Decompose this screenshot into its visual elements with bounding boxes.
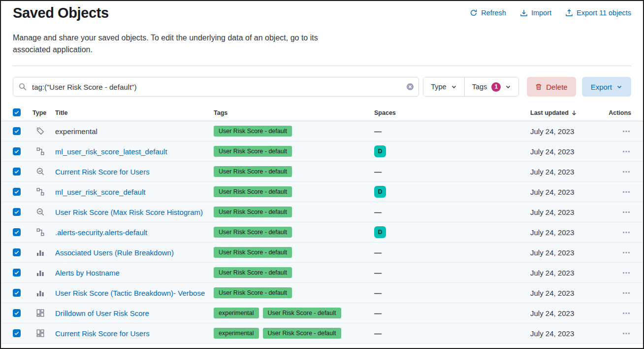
export-selected-label: Export	[591, 83, 612, 91]
tag-badge[interactable]: experimental	[214, 328, 259, 339]
import-button[interactable]: Import	[520, 9, 551, 17]
no-space-dash: —	[374, 269, 382, 277]
object-title-link[interactable]: ml_user_risk_score_latest_default	[55, 147, 167, 156]
tag-badge[interactable]: User Risk Score - default	[214, 287, 292, 298]
row-checkbox[interactable]	[13, 147, 21, 155]
trash-icon	[535, 83, 542, 90]
object-title-link[interactable]: .alerts-security.alerts-default	[55, 228, 147, 237]
last-updated-value: July 24, 2023	[530, 269, 574, 277]
tag-badge[interactable]: User Risk Score - default	[214, 166, 292, 177]
refresh-label: Refresh	[481, 9, 506, 17]
chevron-down-icon	[451, 84, 457, 90]
import-icon	[520, 9, 528, 17]
last-updated-header-label: Last updated	[530, 109, 569, 116]
row-checkbox[interactable]	[13, 168, 21, 175]
row-checkbox[interactable]	[13, 228, 21, 236]
column-header-tags: Tags	[214, 109, 374, 116]
row-checkbox[interactable]	[13, 248, 21, 256]
search-input[interactable]	[13, 77, 419, 97]
row-actions-button[interactable]	[621, 268, 631, 278]
table-header-row: Type Title Tags Spaces Last updated Acti…	[1, 105, 643, 121]
row-actions-button[interactable]	[621, 187, 631, 197]
object-title-link[interactable]: Alerts by Hostname	[55, 269, 120, 277]
type-filter-button[interactable]: Type	[423, 77, 464, 96]
page-header: Saved Objects Refresh Import Export 11 o…	[1, 1, 643, 21]
row-actions-button[interactable]	[621, 288, 631, 298]
table-row: Alerts by HostnameUser Risk Score - defa…	[1, 263, 643, 283]
row-actions-button[interactable]	[621, 308, 631, 318]
row-checkbox[interactable]	[13, 269, 21, 277]
type-filter-label: Type	[431, 83, 446, 91]
tag-badge[interactable]: User Risk Score - default	[214, 186, 292, 197]
tag-badge[interactable]: User Risk Score - default	[214, 207, 292, 217]
object-title-link[interactable]: Current Risk Score for Users	[55, 329, 150, 338]
row-checkbox[interactable]	[13, 208, 21, 216]
last-updated-value: July 24, 2023	[530, 127, 574, 136]
object-title-link[interactable]: Drilldown of User Risk Score	[55, 309, 149, 317]
search-toolbar: Type Tags 1 Delete Export	[13, 77, 631, 97]
saved-objects-page: Saved Objects Refresh Import Export 11 o…	[1, 1, 643, 344]
table-row: experimentalUser Risk Score - default—Ju…	[1, 121, 643, 141]
tag-badge[interactable]: User Risk Score - default	[263, 328, 341, 339]
table-row: ml_user_risk_score_latest_defaultUser Ri…	[1, 141, 643, 162]
row-actions-button[interactable]	[621, 227, 631, 237]
row-checkbox[interactable]	[13, 289, 21, 297]
tag-badge[interactable]: User Risk Score - default	[214, 126, 292, 137]
tags-count-badge: 1	[491, 82, 501, 92]
tag-badge[interactable]: User Risk Score - default	[214, 146, 292, 157]
object-title-link[interactable]: Associated Users (Rule Breakdown)	[55, 248, 174, 257]
lens-icon	[36, 270, 44, 278]
column-header-spaces: Spaces	[374, 109, 522, 116]
row-actions-button[interactable]	[621, 247, 631, 257]
object-title-link[interactable]: ml_user_risk_score_default	[55, 188, 145, 196]
filter-group: Type Tags 1	[423, 77, 519, 97]
last-updated-value: July 24, 2023	[530, 188, 574, 196]
export-all-button[interactable]: Export 11 objects	[565, 9, 631, 17]
tag-badge[interactable]: User Risk Score - default	[263, 308, 341, 318]
table-row: Current Risk Score for UsersUser Risk Sc…	[1, 162, 643, 182]
column-header-last-updated[interactable]: Last updated	[522, 109, 609, 116]
lens-icon	[36, 249, 44, 258]
page-description: Manage and share your saved objects. To …	[13, 32, 342, 56]
tag-badge[interactable]: User Risk Score - default	[214, 227, 292, 238]
saved-objects-table: Type Title Tags Spaces Last updated Acti…	[1, 105, 643, 344]
row-actions-button[interactable]	[621, 328, 631, 338]
tag-badge[interactable]: User Risk Score - default	[214, 247, 292, 258]
search-icon	[19, 83, 27, 91]
no-space-dash: —	[374, 248, 382, 257]
row-actions-button[interactable]	[621, 146, 631, 156]
tag-badge[interactable]: experimental	[214, 308, 259, 318]
no-space-dash: —	[374, 289, 382, 297]
refresh-button[interactable]: Refresh	[470, 9, 506, 17]
last-updated-value: July 24, 2023	[530, 248, 574, 257]
table-row: User Risk Score (Tactic Breakdown)- Verb…	[1, 283, 643, 303]
section-divider	[13, 66, 631, 66]
no-space-dash: —	[374, 208, 382, 216]
object-title-link[interactable]: Current Risk Score for Users	[55, 168, 150, 176]
row-actions-button[interactable]	[621, 126, 631, 136]
row-checkbox[interactable]	[13, 329, 21, 337]
space-badge: D	[374, 226, 386, 238]
last-updated-value: July 24, 2023	[530, 309, 574, 317]
tags-filter-button[interactable]: Tags 1	[464, 77, 519, 96]
delete-button[interactable]: Delete	[527, 77, 576, 97]
delete-label: Delete	[546, 83, 567, 91]
object-title: experimental	[55, 127, 97, 136]
no-space-dash: —	[374, 329, 382, 338]
export-selected-button[interactable]: Export	[582, 77, 631, 97]
object-title-link[interactable]: User Risk Score (Tactic Breakdown)- Verb…	[55, 289, 205, 297]
column-header-type[interactable]: Type	[32, 109, 55, 116]
clear-search-icon[interactable]	[406, 83, 414, 91]
select-all-checkbox[interactable]	[13, 108, 21, 116]
tag-badge[interactable]: User Risk Score - default	[214, 267, 292, 278]
row-checkbox[interactable]	[13, 188, 21, 196]
import-label: Import	[531, 9, 551, 17]
row-checkbox[interactable]	[13, 127, 21, 135]
column-header-title[interactable]: Title	[55, 109, 214, 116]
table-row: ml_user_risk_score_defaultUser Risk Scor…	[1, 182, 643, 202]
table-row: User Risk Score (Max Risk Score Histogra…	[1, 202, 643, 222]
row-actions-button[interactable]	[621, 207, 631, 217]
row-actions-button[interactable]	[621, 167, 631, 176]
row-checkbox[interactable]	[13, 309, 21, 317]
object-title-link[interactable]: User Risk Score (Max Risk Score Histogra…	[55, 208, 203, 216]
